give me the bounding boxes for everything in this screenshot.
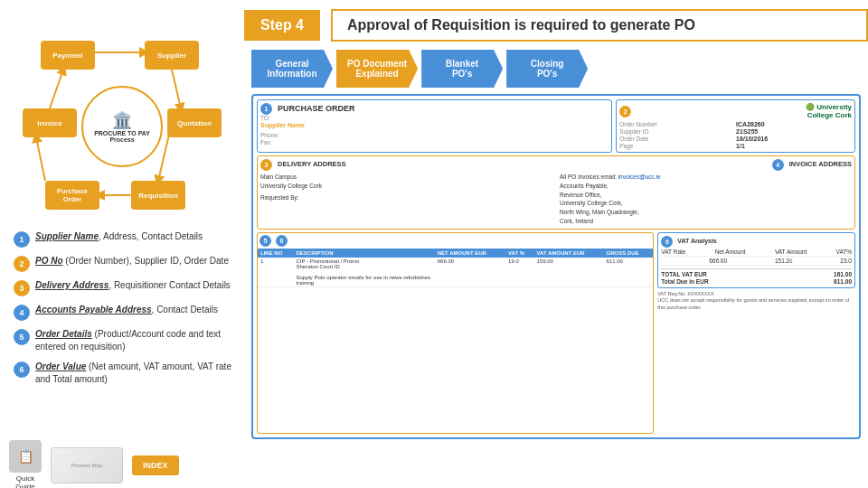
table-row: 1 CIP - Promotional / Promo Sheraton Cou… [258,258,653,287]
steps-list: 1 Supplier Name, Address, Contact Detail… [9,230,235,386]
step-num-4: 4 [14,305,30,321]
invoice-addr-5: Cork, Ireland [560,217,852,226]
order-info-grid: Order Number ICA28260 Supplier ID 21S255… [619,121,852,149]
badge-1: 1 [260,103,272,115]
step-text-5: Order Details (Product/Account code and … [35,328,235,353]
step-num-3: 3 [14,280,30,296]
step-item-1: 1 Supplier Name, Address, Contact Detail… [14,230,235,248]
step-text-6: Order Value (Net amount, VAT amount, VAT… [35,361,235,386]
vat-header-row: VAT Rate Net Amount VAT Amount VAT% [661,248,852,257]
invoice-addr-3: University College Cork, [560,199,852,208]
po-delivery-section: 3 DELIVERY ADDRESS 4 INVOICE ADDRESS Mai… [257,155,855,230]
badge-2: 2 [619,106,631,117]
index-button[interactable]: INDEX [132,455,179,475]
process-diagram: 🏛️ PROCURE TO PAY Process Payment Suppli… [23,36,222,217]
po-doc-bottom: 5 6 LINE NO DESCRIPTION NET AMOUNT EUR V… [257,232,855,435]
quick-guide-icon: 📋 [9,440,42,473]
vat-footnote: VAT Reg No: XXXXXXXX UCC does not accept… [657,291,855,312]
vat-analysis-title: VAT Analysis [677,238,716,244]
delivery-line-1: Main Campus [260,173,552,182]
badge-4: 4 [772,159,784,171]
step-num-5: 5 [14,329,30,345]
badge-5-table: 5 [259,235,271,247]
col-desc: DESCRIPTION [294,249,435,258]
po-to-field: TO: [260,115,609,121]
left-panel: 🏛️ PROCURE TO PAY Process Payment Suppli… [0,0,244,488]
quick-guide: 📋 Quick Guide [9,440,42,488]
po-table-area: 5 6 LINE NO DESCRIPTION NET AMOUNT EUR V… [257,232,654,435]
quick-guide-label: Quick Guide [15,474,34,488]
col-net: NET AMOUNT EUR [435,249,505,258]
ap-email: All PO invoices email: invoices@ucc.ie [560,173,852,182]
tab-label-3: Blanket PO's [446,59,478,79]
step-item-2: 2 PO No (Order Number), Supplier ID, Ord… [14,255,235,272]
step-text-1: Supplier Name, Address, Contact Details [35,230,235,243]
po-document: 1 PURCHASE ORDER TO: Supplier Name Phone… [251,94,861,439]
po-vat-area: 6 VAT Analysis VAT Rate Net Amount VAT A… [657,232,855,435]
tab-po-document[interactable]: PO Document Explained [336,50,418,88]
cell-line: 1 [258,258,294,287]
step-item-5: 5 Order Details (Product/Account code an… [14,328,235,353]
vat-data-row: 666.00 151.2c 23.0 [661,257,852,266]
tab-label-1: General Information [268,59,317,79]
po-fax: Fax: [260,139,609,145]
invoice-address: All PO invoices email: invoices@ucc.ie A… [560,173,852,226]
tab-label-2: PO Document Explained [347,59,407,79]
cell-gross: 611.00 [604,258,654,287]
po-phone: Phone: [260,132,609,138]
step-num-2: 2 [14,256,30,272]
ucc-logo: 🟢 UniversityCollege Cork [806,103,852,119]
tab-closing-po[interactable]: Closing PO's [506,50,588,88]
bottom-bar: 📋 Quick Guide Process Map INDEX [0,443,868,488]
po-document-area: 1 PURCHASE ORDER TO: Supplier Name Phone… [244,90,868,443]
process-small-image: Process Map [51,447,123,483]
step-item-6: 6 Order Value (Net amount, VAT amount, V… [14,361,235,386]
po-title: PURCHASE ORDER [278,104,355,113]
po-supplier-section: 1 PURCHASE ORDER TO: Supplier Name Phone… [257,99,612,153]
badge-3: 3 [260,159,272,171]
step-num-6: 6 [14,361,30,378]
badge-6-table: 6 [276,235,288,247]
step-item-4: 4 Accounts Payable Address, Contact Deta… [14,304,235,321]
po-supplier-name: Supplier Name [260,122,609,128]
step4-badge: Step 4 [244,10,320,41]
step-text-4: Accounts Payable Address, Contact Detail… [35,304,235,316]
step-text-3: Delivery Address, Requisitioner Contact … [35,279,235,292]
cell-vat-amt: 159.00 [533,258,603,287]
po-doc-top: 1 PURCHASE ORDER TO: Supplier Name Phone… [257,99,855,153]
po-order-info: 2 🟢 UniversityCollege Cork Order Number … [616,99,855,153]
cell-desc: CIP - Promotional / Promo Sheraton Court… [294,258,435,287]
col-gross: GROSS DUE [604,249,654,258]
header-title: Approval of Requisition is required to g… [331,9,868,42]
vat-box: 6 VAT Analysis VAT Rate Net Amount VAT A… [657,232,855,288]
po-table: LINE NO DESCRIPTION NET AMOUNT EUR VAT %… [258,249,653,287]
tab-blanket-po[interactable]: Blanket PO's [421,50,503,88]
process-center: 🏛️ PROCURE TO PAY Process [81,86,163,167]
tab-label-4: Closing PO's [531,59,564,79]
cell-vat-pct: 19.0 [505,258,533,287]
total-vat-row: TOTAL VAT EUR 161.00 Total Due in EUR 81… [661,268,852,285]
col-vat-amt: VAT AMOUNT EUR [533,249,603,258]
tab-general-information[interactable]: General Information [251,50,333,88]
cell-net: 666.00 [435,258,505,287]
tabs-row: General Information PO Document Explaine… [244,50,868,88]
step-num-1: 1 [14,231,30,248]
invoice-addr-1: Accounts Payable, [560,182,852,191]
step-item-3: 3 Delivery Address, Requisitioner Contac… [14,279,235,296]
delivery-address: Main Campus University College Cork Requ… [260,173,552,226]
badge-6-vat: 6 [661,236,673,248]
invoice-addr-4: North Wing, Main Quadrangle, [560,208,852,217]
col-vat-pct: VAT % [505,249,533,258]
delivery-grid: Main Campus University College Cork Requ… [260,173,852,226]
invoice-addr-2: Revenue Office, [560,191,852,200]
header: Step 4 Approval of Requisition is requir… [244,0,868,50]
requisitioner-label: Requested By: [260,193,552,202]
col-line: LINE NO [258,249,294,258]
step-text-2: PO No (Order Number), Supplier ID, Order… [35,255,235,267]
delivery-line-2: University College Cork [260,182,552,191]
